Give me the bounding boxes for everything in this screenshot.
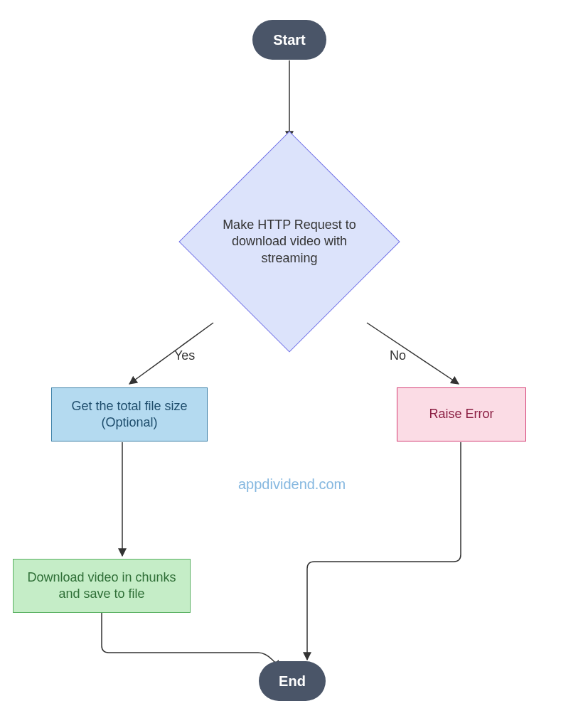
start-node: Start	[252, 20, 326, 60]
get-size-label: Get the total file size (Optional)	[62, 398, 197, 432]
download-chunks-label: Download video in chunks and save to fil…	[23, 569, 180, 603]
raise-error-label: Raise Error	[429, 406, 493, 422]
watermark-text: appdividend.com	[238, 476, 346, 493]
decision-node: Make HTTP Request to download video with…	[179, 132, 400, 352]
flowchart-edges	[0, 0, 588, 728]
watermark-label: appdividend.com	[238, 476, 346, 492]
no-text: No	[390, 348, 406, 363]
start-label: Start	[273, 31, 306, 49]
edge-label-no: No	[390, 348, 406, 363]
download-chunks-node: Download video in chunks and save to fil…	[13, 559, 191, 613]
end-node: End	[259, 661, 326, 701]
get-size-node: Get the total file size (Optional)	[51, 387, 208, 441]
yes-text: Yes	[174, 348, 195, 363]
end-label: End	[279, 672, 306, 690]
raise-error-node: Raise Error	[397, 387, 526, 441]
edge-label-yes: Yes	[174, 348, 195, 363]
decision-label: Make HTTP Request to download video with…	[208, 217, 371, 267]
